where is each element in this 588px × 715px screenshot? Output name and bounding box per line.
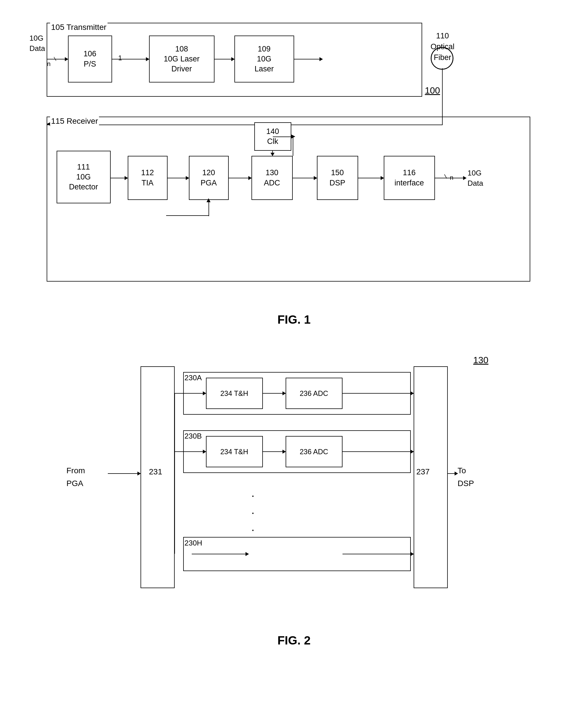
line-adc-clk-h [273,136,293,137]
ps-block: 106 P/S [68,36,112,83]
fig2-diagram: 130 231 237 230A 234 T&H 236 ADC 230B 23… [52,355,536,625]
arrow-driver-laser [214,59,234,60]
arrow-tia-pga [168,178,189,178]
laser-block: 109 10G Laser [234,36,294,83]
pga-block: 120 PGA [189,156,229,200]
ref-100: 100 [425,85,440,96]
arrow-from-pga [108,473,141,474]
input-data-label: 10GData [29,33,45,54]
arrow-input-ps [47,59,68,60]
arrow-adc-dsp [293,178,317,178]
th-block-a: 234 T&H [206,378,263,409]
arrow-splitter-th-b [175,451,206,452]
to-dsp-label: ToDSP [458,464,474,490]
row-b-label: 230B [185,432,202,440]
interface-block: 116 interface [384,156,435,200]
combiner-id: 237 [417,467,430,476]
dots: ... [251,484,256,536]
arrow-dsp-interface [358,178,384,178]
output-data-label: 10GData [468,168,483,189]
arrow-clk-right [291,134,295,138]
combiner-vertical-line [414,393,414,554]
ref-130: 130 [474,355,488,366]
arrow-clk-adc [272,151,273,156]
splitter-id: 231 [149,467,163,476]
th-block-b: 234 T&H [206,436,263,467]
detector-block: 111 10G Detector [57,151,111,203]
adc-block: 130 ADC [251,156,293,200]
n-out-label: n [450,174,454,181]
arrow-th-adc-b [263,451,286,452]
receiver-label: 115 Receiver [50,116,99,126]
line-adc-clk-v [293,136,293,156]
optical-fiber-label: 110OpticalFiber [431,31,455,63]
arrow-feedback-up [207,198,210,202]
from-pga-label: FromPGA [67,464,85,490]
row-h-label: 230H [185,539,202,547]
adc-block-a: 236 ADC [286,378,342,409]
one-label: 1 [118,54,122,62]
arrow-rowh-combiner [342,554,414,554]
arrow-adc-combiner-b [342,451,414,452]
splitter-vertical-line [174,393,175,554]
fig1-diagram: 105 Transmitter 100 106 P/S 108 10G Lase… [24,17,564,330]
arrow-det-tia [111,178,128,178]
tia-block: 112 TIA [128,156,168,200]
arrow-splitter-th-a [175,393,206,394]
arrow-ps-driver [112,59,149,60]
arrow-row-h [192,554,249,554]
transmitter-label: 105 Transmitter [50,23,108,32]
adc-block-b: 236 ADC [286,436,342,467]
arrow-adc-combiner-a [342,393,414,394]
dsp-block: 150 DSP [317,156,358,200]
arrow-to-dsp [448,473,458,474]
n-in-label: n [47,60,50,68]
line-feedback-h [166,215,209,216]
row-a-label: 230A [185,373,202,382]
laser-driver-block: 108 10G Laser Driver [149,36,214,83]
page: 105 Transmitter 100 106 P/S 108 10G Lase… [0,0,588,715]
fig2-splitter-outer [141,366,175,588]
arrow-pga-adc [229,178,251,178]
arrow-th-adc-a [263,393,286,394]
arrow-laser-fiber [294,59,322,60]
fig2-combiner-outer [414,366,448,588]
fig2-caption: FIG. 2 [23,634,565,647]
